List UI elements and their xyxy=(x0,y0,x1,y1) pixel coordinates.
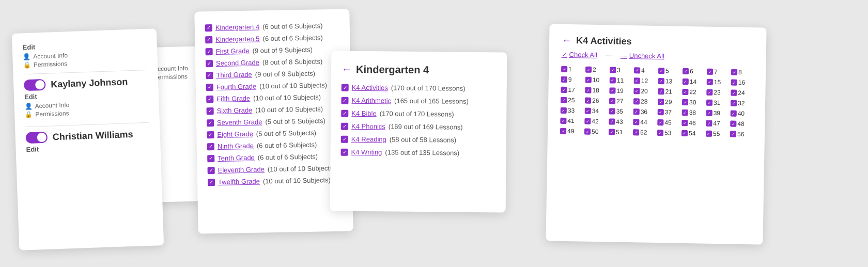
activity-checkbox[interactable]: ✓ xyxy=(683,78,689,85)
activity-checkbox[interactable]: ✓ xyxy=(657,130,663,136)
activity-checkbox[interactable]: ✓ xyxy=(731,111,737,117)
activity-number-item[interactable]: ✓ 55 xyxy=(706,130,728,138)
activity-checkbox[interactable]: ✓ xyxy=(657,119,663,125)
activity-checkbox[interactable]: ✓ xyxy=(585,98,591,104)
activity-number-item[interactable]: ✓ 20 xyxy=(633,87,656,95)
grade-checkbox[interactable]: ✓ xyxy=(206,60,213,67)
activity-number-item[interactable]: ✓ 12 xyxy=(634,77,656,85)
activity-checkbox[interactable]: ✓ xyxy=(731,90,737,96)
activity-number-item[interactable]: ✓ 33 xyxy=(561,107,583,115)
activity-number-item[interactable]: ✓ 37 xyxy=(658,108,680,116)
subject-checkbox[interactable]: ✓ xyxy=(341,109,348,117)
grade-checkbox[interactable]: ✓ xyxy=(207,131,214,138)
grade-checkbox[interactable]: ✓ xyxy=(208,167,215,174)
activity-checkbox[interactable]: ✓ xyxy=(682,109,688,116)
activity-checkbox[interactable]: ✓ xyxy=(609,129,615,135)
activity-checkbox[interactable]: ✓ xyxy=(706,89,712,96)
activity-number-item[interactable]: ✓ 7 xyxy=(707,68,729,76)
activity-number-item[interactable]: ✓ 50 xyxy=(584,128,607,136)
activity-number-item[interactable]: ✓ 45 xyxy=(657,119,679,127)
activity-checkbox[interactable]: ✓ xyxy=(706,100,712,106)
grade-checkbox[interactable]: ✓ xyxy=(207,143,214,150)
grade-link[interactable]: Kindergarten 5 xyxy=(215,35,260,43)
activity-checkbox[interactable]: ✓ xyxy=(658,78,664,84)
activity-checkbox[interactable]: ✓ xyxy=(681,120,688,126)
activity-checkbox[interactable]: ✓ xyxy=(706,120,712,127)
grade-link[interactable]: Twelfth Grade xyxy=(218,177,260,185)
activity-number-item[interactable]: ✓ 5 xyxy=(658,67,680,75)
grade-link[interactable]: First Grade xyxy=(215,47,249,55)
check-all-link[interactable]: ✓ Check All xyxy=(562,51,597,59)
activity-checkbox[interactable]: ✓ xyxy=(585,87,591,93)
activity-number-item[interactable]: ✓ 28 xyxy=(633,98,656,105)
subject-link[interactable]: K4 Activities xyxy=(352,84,388,92)
grade-checkbox[interactable]: ✓ xyxy=(207,119,214,127)
grade-checkbox[interactable]: ✓ xyxy=(206,84,213,91)
grade-checkbox[interactable]: ✓ xyxy=(205,48,212,55)
activity-number-item[interactable]: ✓ 51 xyxy=(609,128,631,136)
activity-checkbox[interactable]: ✓ xyxy=(561,107,567,114)
activity-checkbox[interactable]: ✓ xyxy=(584,118,591,124)
activity-checkbox[interactable]: ✓ xyxy=(561,87,567,93)
activity-number-item[interactable]: ✓ 39 xyxy=(706,109,729,117)
subject-checkbox[interactable]: ✓ xyxy=(341,97,348,104)
toggle-christian[interactable] xyxy=(25,132,48,144)
activity-number-item[interactable]: ✓ 32 xyxy=(731,100,753,107)
subject-checkbox[interactable]: ✓ xyxy=(341,122,348,130)
grade-checkbox[interactable]: ✓ xyxy=(205,36,212,43)
activity-number-item[interactable]: ✓ 14 xyxy=(683,78,705,86)
activity-number-item[interactable]: ✓ 54 xyxy=(681,130,704,137)
activity-checkbox[interactable]: ✓ xyxy=(706,110,712,116)
activity-number-item[interactable]: ✓ 13 xyxy=(658,77,680,85)
activity-number-item[interactable]: ✓ 21 xyxy=(658,88,680,96)
activity-number-item[interactable]: ✓ 52 xyxy=(633,129,655,136)
activity-number-item[interactable]: ✓ 46 xyxy=(681,119,704,127)
activity-checkbox[interactable]: ✓ xyxy=(560,118,566,124)
activity-number-item[interactable]: ✓ 56 xyxy=(730,130,752,138)
activity-number-item[interactable]: ✓ 9 xyxy=(561,76,583,84)
grade-checkbox[interactable]: ✓ xyxy=(208,179,215,186)
subject-checkbox[interactable]: ✓ xyxy=(342,84,349,91)
activity-number-item[interactable]: ✓ 41 xyxy=(560,117,582,125)
activity-checkbox[interactable]: ✓ xyxy=(658,68,664,74)
activity-number-item[interactable]: ✓ 2 xyxy=(585,66,608,74)
activity-number-item[interactable]: ✓ 49 xyxy=(560,128,582,135)
subject-link[interactable]: K4 Arithmetic xyxy=(351,97,391,105)
grade-checkbox[interactable]: ✓ xyxy=(206,96,213,103)
grade-link[interactable]: Fourth Grade xyxy=(216,83,257,91)
activity-number-item[interactable]: ✓ 43 xyxy=(609,118,631,125)
activity-checkbox[interactable]: ✓ xyxy=(682,99,688,105)
subject-link[interactable]: K4 Phonics xyxy=(351,122,385,131)
activity-number-item[interactable]: ✓ 24 xyxy=(731,89,753,97)
activity-checkbox[interactable]: ✓ xyxy=(633,88,640,94)
activity-checkbox[interactable]: ✓ xyxy=(707,79,713,85)
grade-link[interactable]: Fifth Grade xyxy=(216,95,250,103)
activity-number-item[interactable]: ✓ 22 xyxy=(682,88,704,96)
activity-checkbox[interactable]: ✓ xyxy=(561,97,567,103)
grade-link[interactable]: Ninth Grade xyxy=(218,142,254,150)
grade-link[interactable]: Seventh Grade xyxy=(217,118,262,127)
activity-checkbox[interactable]: ✓ xyxy=(561,76,567,83)
grade-link[interactable]: Tenth Grade xyxy=(218,154,255,162)
activity-number-item[interactable]: ✓ 17 xyxy=(561,86,583,94)
activity-number-item[interactable]: ✓ 25 xyxy=(561,97,583,104)
subject-checkbox[interactable]: ✓ xyxy=(341,148,348,155)
activity-checkbox[interactable]: ✓ xyxy=(681,130,688,136)
activity-number-item[interactable]: ✓ 35 xyxy=(609,107,631,115)
activity-checkbox[interactable]: ✓ xyxy=(682,89,688,95)
uncheck-all-link[interactable]: — Uncheck All xyxy=(621,52,664,60)
grade-link[interactable]: Kindergarten 4 xyxy=(215,23,260,31)
activity-checkbox[interactable]: ✓ xyxy=(609,87,615,93)
activity-number-item[interactable]: ✓ 3 xyxy=(610,66,632,74)
activity-number-item[interactable]: ✓ 26 xyxy=(585,97,607,105)
back-arrow-activities[interactable]: ← xyxy=(562,35,572,46)
activity-checkbox[interactable]: ✓ xyxy=(585,77,592,83)
activity-number-item[interactable]: ✓ 31 xyxy=(706,99,729,107)
grade-link[interactable]: Second Grade xyxy=(216,58,259,67)
activity-number-item[interactable]: ✓ 8 xyxy=(731,69,753,76)
activity-number-item[interactable]: ✓ 15 xyxy=(707,78,729,86)
activity-number-item[interactable]: ✓ 36 xyxy=(633,108,656,116)
activity-number-item[interactable]: ✓ 30 xyxy=(682,99,704,106)
activity-number-item[interactable]: ✓ 27 xyxy=(609,97,631,105)
activity-checkbox[interactable]: ✓ xyxy=(731,69,737,75)
